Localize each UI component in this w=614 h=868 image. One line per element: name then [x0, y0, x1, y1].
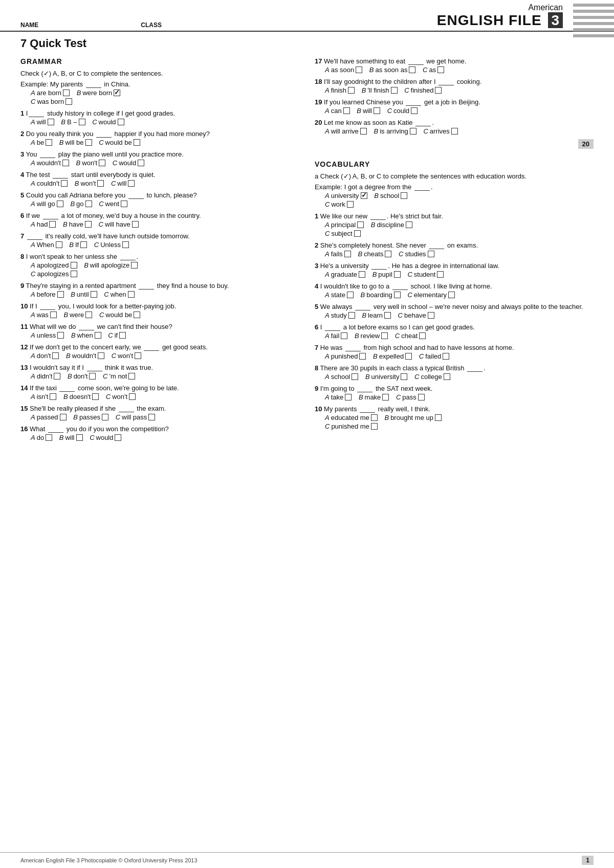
q4-b[interactable] [97, 180, 104, 187]
vq10-b[interactable] [435, 414, 442, 421]
vq10: 10 My parents really well, I think. A ed… [315, 405, 594, 430]
q7-c[interactable] [122, 241, 129, 248]
q17-c[interactable] [437, 66, 444, 73]
vq1: 1 We like our new . He's strict but fair… [315, 212, 594, 237]
q20-b[interactable] [410, 128, 416, 135]
vq3-a[interactable] [359, 271, 365, 278]
vq4-c[interactable] [448, 292, 455, 298]
q16-a[interactable] [46, 434, 52, 441]
q9-b[interactable] [91, 291, 97, 298]
vq7-a[interactable] [359, 353, 366, 360]
q12-c[interactable] [135, 352, 141, 359]
page-number: 1 [582, 856, 594, 865]
vq6-c[interactable] [419, 332, 426, 339]
q2-c[interactable] [134, 139, 140, 146]
q14-a[interactable] [50, 393, 56, 400]
q18-a[interactable] [348, 87, 355, 94]
q16-c[interactable] [115, 434, 121, 441]
vq8-b[interactable] [401, 373, 407, 380]
q17-b[interactable] [409, 66, 415, 73]
q3-a[interactable] [62, 160, 69, 166]
q6-a[interactable] [49, 221, 56, 228]
q6-c[interactable] [132, 221, 139, 228]
q3-c[interactable] [138, 160, 144, 166]
q6-b[interactable] [85, 221, 92, 228]
q8-a[interactable] [71, 262, 77, 269]
name-label: NAME [20, 21, 38, 29]
vq9-a[interactable] [345, 394, 352, 400]
q1-b[interactable] [79, 119, 85, 125]
q18-b[interactable] [391, 87, 398, 94]
q16-b[interactable] [76, 434, 83, 441]
q12-b[interactable] [98, 352, 104, 359]
q15-b[interactable] [102, 414, 108, 420]
vq1-a[interactable] [357, 221, 364, 228]
vq2-a[interactable] [344, 251, 351, 257]
q11-c[interactable] [119, 332, 126, 339]
q15-a[interactable] [60, 414, 67, 420]
vq2-c[interactable] [428, 251, 434, 257]
q13-b[interactable] [89, 373, 96, 380]
vq2-b[interactable] [385, 251, 391, 257]
vocab-ex-checkbox-a[interactable] [361, 192, 367, 199]
q5-c[interactable] [121, 201, 127, 207]
vq10-c[interactable] [371, 423, 378, 430]
q5-a[interactable] [57, 201, 63, 207]
q11-b[interactable] [95, 332, 101, 339]
q10-a[interactable] [50, 311, 57, 318]
vq8-c[interactable] [444, 373, 450, 380]
q5-b[interactable] [85, 201, 92, 207]
q10-c[interactable] [134, 311, 140, 318]
q2-b[interactable] [85, 139, 92, 146]
q4-c[interactable] [128, 180, 135, 187]
q14-b[interactable] [92, 393, 99, 400]
vocab-ex-checkbox-b[interactable] [401, 192, 407, 199]
q1-c[interactable] [118, 119, 124, 125]
q7-b[interactable] [80, 241, 87, 248]
example-checkbox-c[interactable] [65, 98, 72, 105]
q18-c[interactable] [435, 87, 442, 94]
q2-a[interactable] [46, 139, 52, 146]
vq4-a[interactable] [347, 292, 354, 298]
q11-a[interactable] [57, 332, 64, 339]
q19-a[interactable] [343, 107, 350, 114]
example-checkbox-a[interactable] [63, 90, 70, 96]
q1-a[interactable] [48, 119, 54, 125]
vq8-a[interactable] [352, 373, 358, 380]
q8-c[interactable] [71, 271, 77, 277]
q13-a[interactable] [54, 373, 60, 380]
vq1-c[interactable] [354, 230, 361, 237]
vq5-b[interactable] [384, 312, 391, 319]
vq5-a[interactable] [348, 312, 355, 319]
vq1-b[interactable] [406, 221, 412, 228]
q20-c[interactable] [451, 128, 458, 135]
vq6-b[interactable] [381, 332, 388, 339]
example-checkbox-b[interactable] [114, 90, 120, 96]
q7-a[interactable] [56, 241, 62, 248]
q20-a[interactable] [360, 128, 367, 135]
vq3-c[interactable] [437, 271, 444, 278]
vq6-a[interactable] [341, 332, 347, 339]
vq10-a[interactable] [371, 414, 378, 421]
q19-c[interactable] [411, 107, 418, 114]
q10-b[interactable] [85, 311, 92, 318]
q13-c[interactable] [128, 373, 135, 380]
vq9-c[interactable] [418, 394, 425, 400]
vq4-b[interactable] [394, 292, 401, 298]
q12-a[interactable] [52, 352, 59, 359]
q3-b[interactable] [99, 160, 105, 166]
vocab-ex-checkbox-c[interactable] [347, 201, 354, 208]
vq9-b[interactable] [382, 394, 389, 400]
q19-b[interactable] [374, 107, 380, 114]
q15-c[interactable] [148, 414, 155, 420]
vq5-c[interactable] [428, 312, 434, 319]
q14-c[interactable] [129, 393, 136, 400]
vq3-b[interactable] [394, 271, 401, 278]
q4-a[interactable] [61, 180, 68, 187]
q9-c[interactable] [128, 291, 135, 298]
vq7-c[interactable] [443, 353, 449, 360]
q17-a[interactable] [356, 66, 362, 73]
vq7-b[interactable] [405, 353, 412, 360]
q8-b[interactable] [131, 262, 138, 269]
q9-a[interactable] [57, 291, 64, 298]
